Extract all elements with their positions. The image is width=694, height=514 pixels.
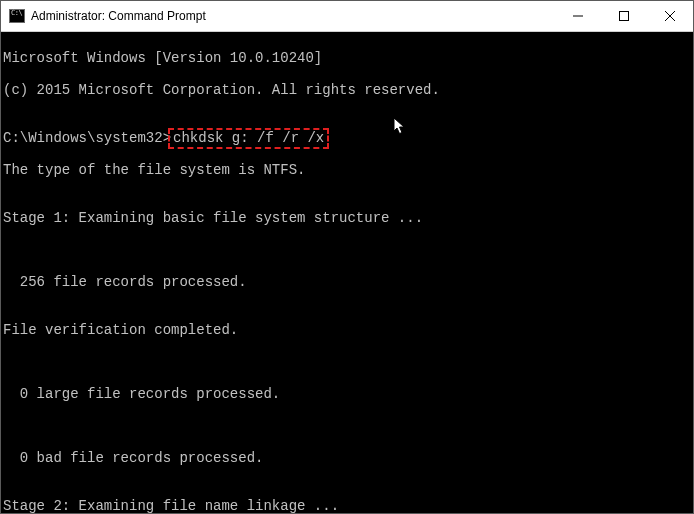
output-line: The type of the file system is NTFS.	[3, 162, 691, 178]
output-line: File verification completed.	[3, 322, 691, 338]
prompt-line: C:\Windows\system32>chkdsk g: /f /r /x	[3, 130, 691, 146]
command-prompt-window: Administrator: Command Prompt Microsoft …	[0, 0, 694, 514]
output-line: Stage 1: Examining basic file system str…	[3, 210, 691, 226]
typed-command: chkdsk g: /f /r /x	[173, 130, 324, 146]
output-line: (c) 2015 Microsoft Corporation. All righ…	[3, 82, 691, 98]
svg-rect-1	[620, 12, 629, 21]
output-line: 0 large file records processed.	[3, 386, 691, 402]
command-highlight: chkdsk g: /f /r /x	[168, 128, 329, 149]
window-controls	[555, 1, 693, 31]
titlebar[interactable]: Administrator: Command Prompt	[1, 1, 693, 32]
maximize-button[interactable]	[601, 1, 647, 31]
close-button[interactable]	[647, 1, 693, 31]
mouse-cursor-icon	[343, 101, 407, 157]
close-icon	[665, 11, 675, 21]
maximize-icon	[619, 11, 629, 21]
minimize-icon	[573, 11, 583, 21]
window-title: Administrator: Command Prompt	[31, 9, 555, 23]
minimize-button[interactable]	[555, 1, 601, 31]
output-line: 0 bad file records processed.	[3, 450, 691, 466]
terminal-output[interactable]: Microsoft Windows [Version 10.0.10240] (…	[1, 32, 693, 513]
prompt: C:\Windows\system32>	[3, 130, 171, 146]
output-line: 256 file records processed.	[3, 274, 691, 290]
output-line: Stage 2: Examining file name linkage ...	[3, 498, 691, 513]
output-line: Microsoft Windows [Version 10.0.10240]	[3, 50, 691, 66]
cmd-icon	[9, 9, 25, 23]
